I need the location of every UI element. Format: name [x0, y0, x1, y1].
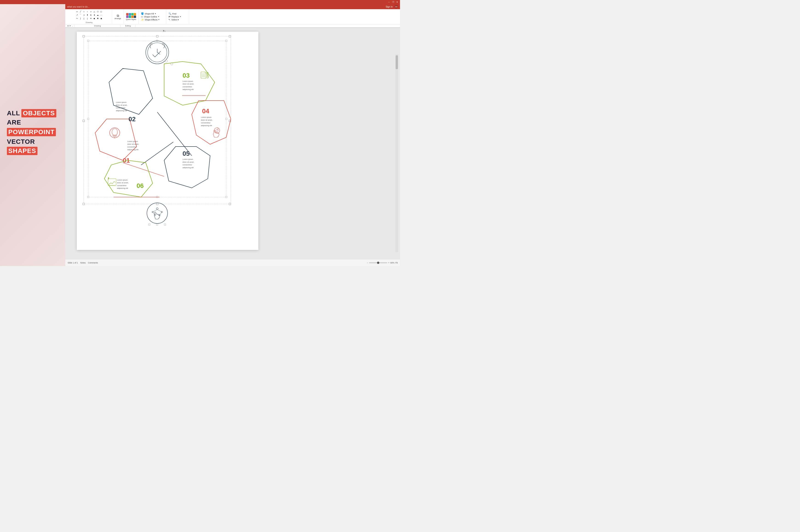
zoom-out-button[interactable]: −	[367, 262, 368, 264]
zoom-thumb	[377, 262, 379, 264]
svg-rect-31	[87, 196, 89, 198]
infographic-svg: 01 Lorem ipsum dolor sit amet, consectet…	[77, 32, 238, 239]
ribbon-labels-row: Art ▾ ⌄ Drawing Editing	[65, 24, 400, 27]
svg-text:adipiscing elit: adipiscing elit	[127, 149, 139, 151]
select-button[interactable]: ↖ Select ▾	[168, 18, 180, 21]
triangle-btn[interactable]: △	[93, 10, 96, 13]
svg-text:Lorem ipsum: Lorem ipsum	[116, 101, 127, 103]
diamond-btn[interactable]: ◆	[93, 17, 96, 20]
rect-shape-btn[interactable]: ▭	[75, 10, 79, 13]
rect2-shape-btn[interactable]: □	[82, 10, 86, 13]
svg-text:05: 05	[183, 150, 190, 157]
svg-text:Lorem ipsum: Lorem ipsum	[183, 158, 193, 160]
shape-effects-icon: ✨	[141, 18, 144, 21]
user-avatar[interactable]: Sh	[395, 5, 398, 8]
svg-rect-21	[83, 120, 85, 122]
select-icon: ↖	[168, 18, 170, 21]
arrange-button[interactable]: ⧉ Arrange	[113, 14, 122, 20]
select-label: Select ▾	[171, 19, 179, 21]
svg-text:consectetur: consectetur	[183, 86, 192, 88]
notes-button[interactable]: Notes	[80, 262, 86, 264]
shape-outline-button[interactable]: ▭ Shape Outline ▾	[140, 15, 160, 18]
svg-rect-24	[156, 203, 158, 205]
zoom-level: 60%	[390, 262, 395, 264]
text-are: ARE	[7, 119, 21, 126]
svg-line-49	[123, 163, 164, 176]
rounded-rect-btn[interactable]: ▢	[99, 10, 103, 13]
sign-in-label[interactable]: Sign in	[385, 5, 393, 8]
svg-text:dolor sit amet,: dolor sit amet,	[117, 182, 128, 184]
line-shape-btn[interactable]: ╱	[79, 10, 82, 13]
svg-rect-20	[229, 35, 231, 37]
restore-button[interactable]: ❐	[391, 0, 395, 4]
fit-button[interactable]: Fit	[395, 262, 398, 264]
droplet-btn[interactable]: ◉	[99, 17, 103, 20]
svg-rect-19	[156, 35, 158, 37]
shape-format-group: 🪣 Shape Fill ▾ ▭ Shape Outline ▾ ✨ Shape…	[139, 10, 166, 24]
svg-rect-28	[225, 40, 227, 42]
minimize-button[interactable]: ─	[387, 0, 391, 4]
slide-info: Slide 1 of 1	[68, 262, 78, 264]
arrange-icon: ⧉	[117, 14, 119, 17]
svg-text:consectetur: consectetur	[201, 122, 211, 124]
find-icon: 🔍	[168, 13, 171, 15]
svg-text:dolor sit amet,: dolor sit amet,	[183, 83, 194, 85]
pentagon-btn[interactable]: ⬠	[96, 10, 99, 13]
arrow-btn[interactable]: ↗	[75, 13, 79, 17]
more-btn[interactable]: ⋯	[99, 13, 103, 17]
svg-text:consectetur: consectetur	[116, 107, 126, 109]
star-btn[interactable]: ★	[93, 13, 96, 17]
ribbon-toolbar: ▭ ╱ □ ○ ▱ △ ⬠ ▢ ↗ ⌒ ⇒ ⬆ ➤ ★ ☁ ⋯ 〜 ∫ {	[65, 9, 400, 24]
parallelogram-btn[interactable]: ▱	[89, 10, 92, 13]
replace-icon: ⇄	[168, 15, 170, 18]
find-button[interactable]: 🔍 Find	[168, 12, 177, 15]
svg-text:Lorem ipsum: Lorem ipsum	[183, 80, 193, 82]
shape-fill-icon: 🪣	[141, 13, 144, 15]
chevron-btn[interactable]: ➤	[89, 13, 92, 17]
drawing-group: ▭ ╱ □ ○ ▱ △ ⬠ ▢ ↗ ⌒ ⇒ ⬆ ➤ ★ ☁ ⋯ 〜 ∫ {	[66, 10, 112, 24]
svg-rect-108	[164, 224, 166, 225]
shape-fill-button[interactable]: 🪣 Shape Fill ▾	[140, 12, 157, 15]
editing-group: 🔍 Find ⇄ Replace ▾ ↖ Select ▾	[166, 10, 189, 24]
svg-point-73	[216, 129, 218, 132]
arrange-label: Arrange	[114, 17, 121, 20]
left-panel: ALL OBJECTS ARE POWERPOINT VECTOR SHAPES	[0, 0, 65, 266]
freeform-btn[interactable]: 〜	[75, 17, 79, 20]
sign-in-area: Sign in Sh	[385, 5, 398, 8]
svg-marker-90	[108, 177, 109, 178]
svg-text:consectetur: consectetur	[183, 164, 192, 166]
replace-button[interactable]: ⇄ Replace ▾	[168, 15, 182, 18]
cloud-btn[interactable]: ☁	[96, 13, 99, 17]
curve-btn[interactable]: ∫	[79, 17, 82, 20]
cross-btn[interactable]: ✚	[96, 17, 99, 20]
quick-styles-button[interactable]: Quick Styles	[125, 13, 137, 21]
svg-text:consectetur: consectetur	[117, 185, 127, 187]
quick-styles-label: Quick Styles	[126, 18, 136, 20]
svg-text:adipiscing elit: adipiscing elit	[183, 89, 194, 91]
shape-fill-label: Shape Fill	[145, 13, 154, 15]
circle-shape-btn[interactable]: ○	[86, 10, 89, 13]
canvas-area: ↻	[65, 27, 400, 259]
brace-btn[interactable]: {	[82, 17, 86, 20]
starburst-btn[interactable]: ✦	[89, 17, 92, 20]
svg-point-38	[165, 60, 168, 62]
close-button[interactable]: ✕	[395, 0, 399, 4]
arrow3-btn[interactable]: ⬆	[86, 13, 89, 17]
arrow2-btn[interactable]: ⇒	[82, 13, 86, 17]
shape-effects-button[interactable]: ✨ Shape Effects ▾	[140, 18, 160, 21]
slide-text-block: ALL OBJECTS ARE POWERPOINT VECTOR SHAPES	[7, 109, 58, 157]
curved-btn[interactable]: ⌒	[79, 13, 82, 17]
svg-text:adipiscing elit: adipiscing elit	[183, 167, 194, 169]
comments-button[interactable]: Comments	[88, 262, 98, 264]
scroll-bar[interactable]	[395, 54, 398, 252]
svg-rect-25	[229, 203, 231, 205]
svg-text:dolor sit amet,: dolor sit amet,	[201, 119, 213, 121]
zoom-in-button[interactable]: +	[388, 262, 389, 264]
zoom-slider[interactable]	[369, 262, 387, 263]
slide-canvas[interactable]: 01 Lorem ipsum dolor sit amet, consectet…	[77, 32, 258, 250]
svg-text:02: 02	[128, 116, 135, 123]
bracket-btn[interactable]: [	[86, 17, 89, 20]
scroll-thumb	[396, 55, 398, 69]
search-text[interactable]: what you want to do...	[67, 5, 89, 8]
svg-text:Lorem ipsum: Lorem ipsum	[127, 140, 138, 142]
